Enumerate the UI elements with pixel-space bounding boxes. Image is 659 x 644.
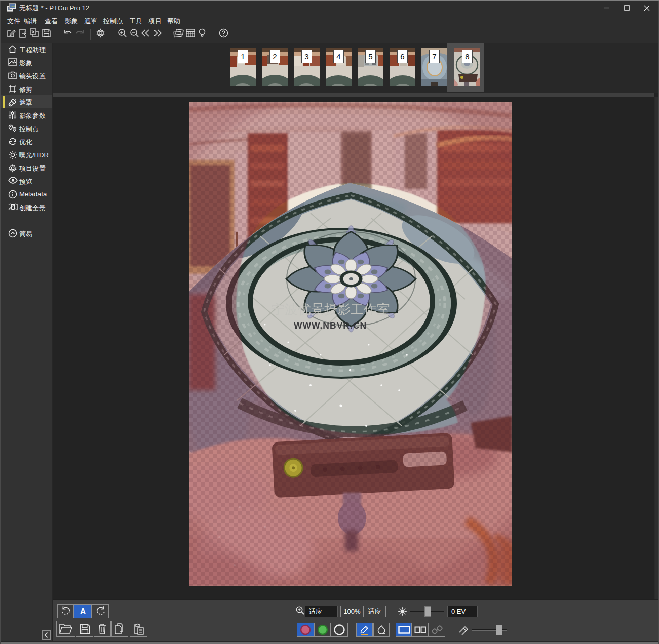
svg-text:WWW.NBVR.CN: WWW.NBVR.CN xyxy=(294,320,367,331)
svg-text:宁波优景摄影工作室: 宁波优景摄影工作室 xyxy=(272,302,390,317)
